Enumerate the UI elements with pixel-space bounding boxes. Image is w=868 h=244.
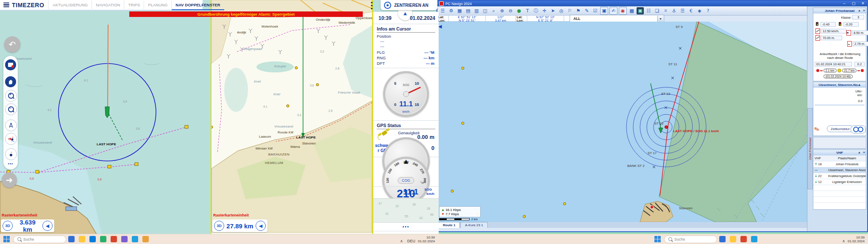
anchor-icon[interactable]: ⚓ bbox=[670, 7, 678, 14]
flag-icon[interactable]: ⚐ bbox=[566, 7, 573, 14]
tray-chevron-icon[interactable]: ∧ bbox=[842, 239, 845, 243]
section-panel-header[interactable]: IJsselmeer, Staveren-No... ▲ bbox=[813, 82, 866, 88]
vhf-row[interactable]: ↓12Ligsteiger Enkhuizen bbox=[813, 179, 866, 185]
zoom-select-icon[interactable]: ⌕ bbox=[490, 7, 497, 14]
taskbar-app-icon[interactable] bbox=[730, 236, 736, 242]
taskbar-app-icon[interactable] bbox=[79, 236, 85, 242]
navigo-chart[interactable]: ST 9ST 11ST 13ST 15ST 17BANK ST 2LAST HO… bbox=[437, 22, 808, 222]
taskbar-app-icon[interactable] bbox=[111, 236, 117, 242]
globe-icon[interactable]: ● bbox=[515, 7, 523, 14]
tab-nav-doppelfenster[interactable]: NAV DOPPELFENSTER bbox=[171, 0, 224, 9]
edit-pencil-icon[interactable]: ✎ bbox=[813, 123, 826, 135]
zoom-out-button[interactable]: − bbox=[5, 103, 17, 115]
panel-more-button[interactable]: ••• bbox=[373, 222, 439, 231]
night-chart-icon[interactable]: ▣ bbox=[637, 7, 644, 14]
screen-globe-icon[interactable]: ▣ bbox=[600, 7, 608, 15]
zeitkorrektur-button[interactable]: Zeitkorrektur bbox=[827, 125, 854, 132]
center-vessel-button[interactable]: ◀ bbox=[42, 221, 53, 231]
taskbar-app-icon[interactable] bbox=[100, 236, 106, 242]
taskbar-app-icon[interactable] bbox=[719, 236, 726, 242]
collapse-icon[interactable]: ▲ bbox=[858, 9, 861, 12]
logbook-button[interactable] bbox=[5, 59, 16, 70]
chart-settings-icon[interactable]: ▩ bbox=[628, 7, 635, 14]
pcnavigo-titlebar[interactable]: PC Navigo 2024 – ▢ ✕ bbox=[437, 1, 867, 6]
route-tab[interactable]: A-Kurs 23 1 bbox=[460, 222, 487, 228]
settings-gear-icon[interactable]: ⚙ bbox=[448, 7, 455, 14]
more-options-icon[interactable]: ••• bbox=[369, 1, 375, 10]
chart-image-icon[interactable]: ◫ bbox=[481, 7, 489, 14]
taskbar-app-icon[interactable] bbox=[68, 236, 75, 242]
taskbar-app-icon[interactable] bbox=[132, 236, 138, 242]
list-icon[interactable]: ☰ bbox=[679, 7, 686, 14]
diamond-icon[interactable]: ◈ bbox=[696, 7, 703, 14]
tab-navigation[interactable]: NAVIGATION bbox=[92, 0, 124, 9]
taskbar-app-icon[interactable] bbox=[740, 236, 747, 242]
pan-hand-button[interactable] bbox=[5, 76, 16, 87]
compass-icon[interactable]: ◉ bbox=[619, 7, 627, 15]
collapse-icon[interactable]: ▲ bbox=[858, 151, 861, 154]
tray-chevron-icon[interactable]: ∧ bbox=[400, 239, 403, 243]
3d-toggle-button[interactable]: 3D bbox=[3, 221, 13, 231]
text-tool-icon[interactable]: T bbox=[524, 7, 531, 14]
close-icon[interactable]: × bbox=[863, 150, 865, 154]
taskbar-app-icon[interactable] bbox=[121, 236, 128, 242]
taskbar-app-icon[interactable] bbox=[142, 236, 149, 242]
chart-save-icon[interactable]: ▥ bbox=[473, 7, 480, 14]
buoy-marker-button[interactable] bbox=[5, 148, 17, 160]
keyboard-language[interactable]: DEU bbox=[407, 239, 415, 243]
vhf-row[interactable]: ↓22Krabbersgatsluis Oostzijde bbox=[813, 173, 866, 179]
legend-icon[interactable]: ☷ bbox=[645, 7, 652, 14]
route-tab[interactable]: Route 1 bbox=[438, 222, 460, 228]
taskbar-search[interactable]: Suche bbox=[664, 236, 717, 243]
chart-add-icon[interactable]: ▦ bbox=[456, 7, 463, 14]
3d-toggle-button[interactable]: 3D bbox=[214, 221, 224, 231]
collapse-icon[interactable]: ▲ bbox=[858, 83, 861, 86]
flag-marked-icon[interactable]: ⚑ bbox=[575, 7, 582, 14]
measure-divider-button[interactable] bbox=[5, 119, 17, 131]
position-pin-icon[interactable]: ◎ bbox=[558, 7, 565, 14]
overview-minimap[interactable]: 4732362532553356 bbox=[373, 198, 439, 222]
undo-button[interactable]: ↶ bbox=[4, 36, 20, 53]
vhf-panel-header[interactable]: VHF ▲× bbox=[813, 150, 866, 155]
zoom-out-icon[interactable]: ⊖ bbox=[507, 7, 514, 14]
center-on-button[interactable]: ZENTRIEREN AN bbox=[381, 0, 437, 10]
taskbar-search[interactable]: Suche bbox=[13, 236, 66, 243]
tab-trips[interactable]: TRIPS bbox=[124, 0, 144, 9]
grid-icon[interactable]: ⌗ bbox=[662, 7, 669, 14]
zoom-in-button[interactable]: + bbox=[5, 90, 17, 102]
more-tools-button[interactable]: ••• bbox=[3, 162, 18, 166]
menu-icon[interactable]: ☰ bbox=[439, 7, 446, 14]
sidebar-vertical-tab[interactable]: Johan Frisokanaal bbox=[807, 108, 813, 189]
taskbar-clock[interactable]: 10:3901.02.2024 bbox=[848, 236, 865, 243]
route-edit-icon[interactable]: ✎ bbox=[583, 7, 590, 14]
info-icon[interactable]: ⓘ bbox=[532, 7, 540, 14]
center-vessel-button[interactable]: ◀ bbox=[256, 221, 266, 231]
maximize-button[interactable]: ▢ bbox=[851, 1, 857, 6]
vhf-row[interactable]: ↑18Johan Frisosluis bbox=[813, 161, 866, 167]
close-button[interactable]: ✕ bbox=[860, 1, 866, 6]
chart-open-icon[interactable]: ▤ bbox=[465, 7, 472, 14]
tab-aktualisierung[interactable]: AKTUALISIERUNG bbox=[48, 0, 92, 9]
minimize-button[interactable]: – bbox=[841, 1, 847, 6]
taskbar-clock[interactable]: 10:3901.02.2024 bbox=[418, 236, 435, 243]
timezero-logo[interactable]: TIMEZERO bbox=[0, 2, 48, 8]
vhf-row[interactable]: —IJsselmeer, Staveren-Noor... bbox=[813, 167, 866, 173]
taskbar-app-icon[interactable] bbox=[89, 236, 96, 242]
redo-button[interactable]: ➜ bbox=[2, 172, 17, 188]
pointer-icon[interactable]: ➤ bbox=[549, 7, 556, 14]
euro-icon[interactable]: € bbox=[687, 7, 695, 14]
taskbar-app-icon[interactable] bbox=[751, 236, 757, 242]
chart-mid[interactable]: WervershoofOnderdijkMedemblikOpperdoesMo… bbox=[211, 0, 373, 234]
screen-edit-icon[interactable]: ✍ bbox=[609, 7, 618, 15]
waterway-panel-header[interactable]: Johan Frisokanaal ▲× bbox=[813, 8, 866, 14]
mob-button[interactable] bbox=[5, 133, 17, 145]
windows-start-button[interactable] bbox=[3, 236, 10, 242]
close-icon[interactable]: × bbox=[863, 8, 865, 12]
pan-icon[interactable]: ✛ bbox=[541, 7, 548, 14]
zoom-in-icon[interactable]: ⊕ bbox=[498, 7, 506, 14]
chart-left[interactable]: VrouwezandVrouwezandLAST HOPE4,13,94,23,… bbox=[0, 0, 211, 234]
route-check-icon[interactable]: ☑ bbox=[592, 7, 599, 14]
collapse-sidebar-icon[interactable]: ◀ bbox=[438, 24, 442, 29]
clipboard-icon[interactable]: ❏ bbox=[654, 7, 661, 14]
binoculars-button[interactable] bbox=[851, 125, 866, 133]
